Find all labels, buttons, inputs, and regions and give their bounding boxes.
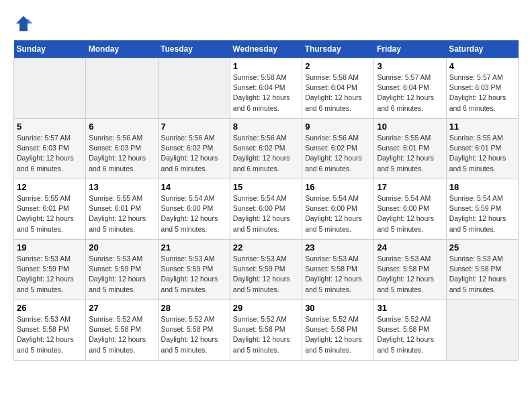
calendar-cell: 13Sunrise: 5:55 AM Sunset: 6:01 PM Dayli…	[86, 179, 158, 240]
week-row-1: 1Sunrise: 5:58 AM Sunset: 6:04 PM Daylig…	[14, 58, 519, 119]
calendar-cell: 25Sunrise: 5:53 AM Sunset: 5:58 PM Dayli…	[446, 240, 518, 300]
day-number: 17	[377, 182, 443, 192]
day-info: Sunrise: 5:52 AM Sunset: 5:58 PM Dayligh…	[377, 314, 443, 355]
calendar-cell: 22Sunrise: 5:53 AM Sunset: 5:59 PM Dayli…	[230, 240, 302, 300]
day-info: Sunrise: 5:57 AM Sunset: 6:03 PM Dayligh…	[449, 73, 515, 113]
day-number: 1	[233, 61, 299, 71]
week-row-5: 26Sunrise: 5:53 AM Sunset: 5:58 PM Dayli…	[14, 300, 519, 361]
weekday-header-wednesday: Wednesday	[230, 40, 302, 58]
day-number: 22	[233, 242, 299, 253]
day-number: 24	[377, 242, 443, 253]
day-info: Sunrise: 5:54 AM Sunset: 6:00 PM Dayligh…	[233, 193, 299, 234]
calendar-cell: 15Sunrise: 5:54 AM Sunset: 6:00 PM Dayli…	[230, 179, 302, 240]
weekday-header-friday: Friday	[374, 40, 446, 58]
day-info: Sunrise: 5:53 AM Sunset: 5:59 PM Dayligh…	[161, 254, 227, 295]
page-header	[13, 13, 519, 34]
calendar-cell: 12Sunrise: 5:55 AM Sunset: 6:01 PM Dayli…	[14, 179, 86, 240]
calendar-cell: 5Sunrise: 5:57 AM Sunset: 6:03 PM Daylig…	[14, 119, 86, 179]
day-info: Sunrise: 5:53 AM Sunset: 5:58 PM Dayligh…	[449, 254, 515, 295]
calendar-table: SundayMondayTuesdayWednesdayThursdayFrid…	[13, 40, 519, 361]
calendar-cell: 6Sunrise: 5:56 AM Sunset: 6:03 PM Daylig…	[86, 119, 158, 179]
day-number: 27	[89, 303, 154, 313]
calendar-cell: 24Sunrise: 5:53 AM Sunset: 5:58 PM Dayli…	[374, 240, 446, 300]
day-info: Sunrise: 5:53 AM Sunset: 5:58 PM Dayligh…	[17, 314, 83, 355]
day-number: 23	[305, 242, 371, 253]
day-number: 29	[233, 303, 299, 313]
day-info: Sunrise: 5:52 AM Sunset: 5:58 PM Dayligh…	[89, 314, 154, 355]
day-info: Sunrise: 5:54 AM Sunset: 6:00 PM Dayligh…	[161, 193, 227, 234]
weekday-header-monday: Monday	[86, 40, 158, 58]
day-number: 21	[161, 242, 227, 253]
day-number: 16	[305, 182, 371, 192]
calendar-cell: 31Sunrise: 5:52 AM Sunset: 5:58 PM Dayli…	[374, 300, 446, 361]
day-info: Sunrise: 5:52 AM Sunset: 5:58 PM Dayligh…	[161, 314, 227, 355]
calendar-cell: 3Sunrise: 5:57 AM Sunset: 6:04 PM Daylig…	[374, 58, 446, 119]
calendar-cell: 4Sunrise: 5:57 AM Sunset: 6:03 PM Daylig…	[446, 58, 518, 119]
day-number: 12	[17, 182, 83, 192]
day-number: 15	[233, 182, 299, 192]
calendar-cell: 7Sunrise: 5:56 AM Sunset: 6:02 PM Daylig…	[158, 119, 230, 179]
day-info: Sunrise: 5:53 AM Sunset: 5:59 PM Dayligh…	[17, 254, 83, 295]
logo-icon	[13, 13, 34, 34]
day-number: 26	[17, 303, 83, 313]
weekday-header-thursday: Thursday	[302, 40, 374, 58]
calendar-cell: 18Sunrise: 5:54 AM Sunset: 5:59 PM Dayli…	[446, 179, 518, 240]
day-info: Sunrise: 5:53 AM Sunset: 5:58 PM Dayligh…	[305, 254, 371, 295]
day-number: 31	[377, 303, 443, 313]
day-info: Sunrise: 5:56 AM Sunset: 6:02 PM Dayligh…	[305, 133, 371, 174]
day-number: 3	[377, 61, 443, 71]
day-info: Sunrise: 5:55 AM Sunset: 6:01 PM Dayligh…	[449, 133, 515, 174]
weekday-header-sunday: Sunday	[14, 40, 86, 58]
day-info: Sunrise: 5:56 AM Sunset: 6:02 PM Dayligh…	[233, 133, 299, 174]
weekday-header-saturday: Saturday	[446, 40, 518, 58]
day-number: 11	[449, 122, 515, 132]
day-info: Sunrise: 5:58 AM Sunset: 6:04 PM Dayligh…	[305, 73, 371, 113]
day-number: 18	[449, 182, 515, 192]
calendar-cell: 2Sunrise: 5:58 AM Sunset: 6:04 PM Daylig…	[302, 58, 374, 119]
calendar-cell: 8Sunrise: 5:56 AM Sunset: 6:02 PM Daylig…	[230, 119, 302, 179]
calendar-cell: 21Sunrise: 5:53 AM Sunset: 5:59 PM Dayli…	[158, 240, 230, 300]
logo	[13, 13, 36, 34]
day-number: 9	[305, 122, 371, 132]
calendar-cell: 20Sunrise: 5:53 AM Sunset: 5:59 PM Dayli…	[86, 240, 158, 300]
day-info: Sunrise: 5:56 AM Sunset: 6:03 PM Dayligh…	[89, 133, 154, 174]
day-number: 25	[449, 242, 515, 253]
day-info: Sunrise: 5:53 AM Sunset: 5:58 PM Dayligh…	[377, 254, 443, 295]
day-info: Sunrise: 5:57 AM Sunset: 6:03 PM Dayligh…	[17, 133, 83, 174]
day-info: Sunrise: 5:54 AM Sunset: 6:00 PM Dayligh…	[305, 193, 371, 234]
day-number: 7	[161, 122, 227, 132]
day-info: Sunrise: 5:55 AM Sunset: 6:01 PM Dayligh…	[377, 133, 443, 174]
day-info: Sunrise: 5:57 AM Sunset: 6:04 PM Dayligh…	[377, 73, 443, 113]
day-info: Sunrise: 5:54 AM Sunset: 5:59 PM Dayligh…	[449, 193, 515, 234]
day-number: 8	[233, 122, 299, 132]
day-number: 30	[305, 303, 371, 313]
calendar-cell: 28Sunrise: 5:52 AM Sunset: 5:58 PM Dayli…	[158, 300, 230, 361]
day-info: Sunrise: 5:52 AM Sunset: 5:58 PM Dayligh…	[233, 314, 299, 355]
day-number: 6	[89, 122, 154, 132]
day-number: 5	[17, 122, 83, 132]
calendar-cell: 23Sunrise: 5:53 AM Sunset: 5:58 PM Dayli…	[302, 240, 374, 300]
day-number: 10	[377, 122, 443, 132]
calendar-cell: 30Sunrise: 5:52 AM Sunset: 5:58 PM Dayli…	[302, 300, 374, 361]
day-info: Sunrise: 5:52 AM Sunset: 5:58 PM Dayligh…	[305, 314, 371, 355]
day-info: Sunrise: 5:53 AM Sunset: 5:59 PM Dayligh…	[233, 254, 299, 295]
day-info: Sunrise: 5:54 AM Sunset: 6:00 PM Dayligh…	[377, 193, 443, 234]
day-number: 19	[17, 242, 83, 253]
day-info: Sunrise: 5:56 AM Sunset: 6:02 PM Dayligh…	[161, 133, 227, 174]
day-number: 14	[161, 182, 227, 192]
calendar-cell: 29Sunrise: 5:52 AM Sunset: 5:58 PM Dayli…	[230, 300, 302, 361]
svg-marker-1	[28, 19, 33, 24]
day-number: 13	[89, 182, 154, 192]
week-row-2: 5Sunrise: 5:57 AM Sunset: 6:03 PM Daylig…	[14, 119, 519, 179]
calendar-cell: 26Sunrise: 5:53 AM Sunset: 5:58 PM Dayli…	[14, 300, 86, 361]
calendar-cell: 9Sunrise: 5:56 AM Sunset: 6:02 PM Daylig…	[302, 119, 374, 179]
day-info: Sunrise: 5:53 AM Sunset: 5:59 PM Dayligh…	[89, 254, 154, 295]
day-number: 2	[305, 61, 371, 71]
weekday-header-tuesday: Tuesday	[158, 40, 230, 58]
calendar-cell: 1Sunrise: 5:58 AM Sunset: 6:04 PM Daylig…	[230, 58, 302, 119]
day-info: Sunrise: 5:58 AM Sunset: 6:04 PM Dayligh…	[233, 73, 299, 113]
calendar-cell	[446, 300, 518, 361]
week-row-4: 19Sunrise: 5:53 AM Sunset: 5:59 PM Dayli…	[14, 240, 519, 300]
day-info: Sunrise: 5:55 AM Sunset: 6:01 PM Dayligh…	[17, 193, 83, 234]
weekday-header-row: SundayMondayTuesdayWednesdayThursdayFrid…	[14, 40, 519, 58]
